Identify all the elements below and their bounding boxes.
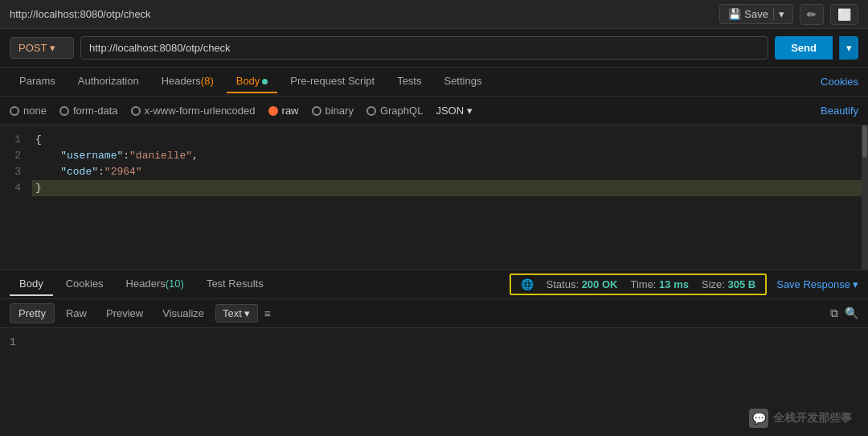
response-tab-headers[interactable]: Headers(10) bbox=[117, 273, 194, 296]
tab-tests[interactable]: Tests bbox=[387, 70, 431, 93]
lines-icon[interactable]: ≡ bbox=[264, 307, 271, 320]
response-info: 🌐 Status: 200 OK Time: 13 ms Size: 305 B bbox=[510, 274, 768, 295]
option-urlencoded[interactable]: x-www-form-urlencoded bbox=[131, 105, 256, 117]
response-tabs: Body Cookies Headers(10) Test Results 🌐 … bbox=[0, 270, 868, 299]
view-bar-right: ⧉ 🔍 bbox=[830, 306, 858, 320]
globe-icon: 🌐 bbox=[521, 278, 534, 290]
option-raw[interactable]: raw bbox=[268, 105, 299, 117]
method-selector[interactable]: POST ▾ bbox=[10, 37, 74, 59]
copy-icon[interactable]: ⧉ bbox=[830, 306, 838, 320]
url-input[interactable] bbox=[80, 36, 768, 60]
option-none[interactable]: none bbox=[10, 105, 47, 117]
option-graphql[interactable]: GraphQL bbox=[366, 105, 423, 117]
response-tab-body[interactable]: Body bbox=[10, 273, 53, 296]
view-visualize[interactable]: Visualize bbox=[154, 304, 212, 323]
title-bar-actions: 💾 Save ▾ ✏ ⬜ bbox=[719, 4, 858, 25]
save-response-button[interactable]: Save Response ▾ bbox=[776, 278, 858, 290]
send-dropdown-button[interactable]: ▾ bbox=[839, 36, 858, 60]
window-icon-button[interactable]: ⬜ bbox=[830, 4, 858, 25]
response-line-number: 1 bbox=[10, 336, 16, 348]
wechat-icon: 💬 bbox=[749, 409, 768, 428]
request-tabs: Params Authorization Headers(8) Body Pre… bbox=[0, 68, 868, 97]
window-icon: ⬜ bbox=[837, 8, 851, 21]
tab-headers[interactable]: Headers(8) bbox=[152, 70, 223, 93]
url-bar: POST ▾ Send ▾ bbox=[0, 29, 868, 68]
view-preview[interactable]: Preview bbox=[98, 304, 151, 323]
tab-body[interactable]: Body bbox=[227, 70, 278, 93]
body-active-dot bbox=[262, 79, 268, 84]
size-label: Size: 305 B bbox=[702, 278, 755, 290]
tab-authorization[interactable]: Authorization bbox=[68, 70, 149, 93]
response-body: 1 bbox=[0, 328, 868, 393]
radio-urlencoded bbox=[131, 106, 141, 116]
cookies-link[interactable]: Cookies bbox=[821, 76, 858, 88]
save-button[interactable]: 💾 Save ▾ bbox=[719, 4, 793, 24]
text-format-select[interactable]: Text ▾ bbox=[215, 304, 257, 323]
watermark-text: 全栈开发那些事 bbox=[773, 411, 852, 426]
edit-icon-button[interactable]: ✏ bbox=[800, 4, 824, 25]
time-label: Time: 13 ms bbox=[630, 278, 689, 290]
code-editor[interactable]: 1 2 3 4 { "username":"danielle", "code":… bbox=[0, 125, 868, 270]
editor-scrollbar[interactable] bbox=[862, 125, 868, 269]
body-options-bar: none form-data x-www-form-urlencoded raw… bbox=[0, 97, 868, 125]
code-line-2: "username":"danielle", bbox=[32, 148, 865, 164]
line-numbers: 1 2 3 4 bbox=[0, 125, 29, 269]
send-button[interactable]: Send bbox=[775, 36, 833, 60]
view-pretty[interactable]: Pretty bbox=[10, 303, 55, 323]
code-content[interactable]: { "username":"danielle", "code":"2964" } bbox=[29, 125, 868, 269]
window-title: http://localhost:8080/otp/check bbox=[10, 8, 151, 20]
response-tab-test-results[interactable]: Test Results bbox=[197, 273, 273, 296]
option-form-data[interactable]: form-data bbox=[59, 105, 118, 117]
view-bar: Pretty Raw Preview Visualize Text ▾ ≡ ⧉ … bbox=[0, 299, 868, 328]
radio-form-data bbox=[59, 106, 69, 116]
title-bar: http://localhost:8080/otp/check 💾 Save ▾… bbox=[0, 0, 868, 29]
json-select[interactable]: JSON ▾ bbox=[436, 105, 472, 117]
tab-prerequest[interactable]: Pre-request Script bbox=[280, 70, 384, 93]
pencil-icon: ✏ bbox=[807, 8, 817, 21]
beautify-link[interactable]: Beautify bbox=[821, 105, 858, 117]
code-line-4: } bbox=[32, 180, 865, 196]
radio-binary bbox=[312, 106, 321, 116]
save-response-chevron: ▾ bbox=[853, 278, 858, 290]
method-chevron: ▾ bbox=[50, 42, 55, 54]
status-label: Status: 200 OK bbox=[547, 278, 618, 290]
code-line-3: "code":"2964" bbox=[32, 164, 865, 180]
radio-raw bbox=[268, 106, 278, 116]
search-icon[interactable]: 🔍 bbox=[845, 306, 858, 320]
save-icon: 💾 bbox=[728, 8, 741, 20]
option-binary[interactable]: binary bbox=[312, 105, 354, 117]
watermark: 💬 全栈开发那些事 bbox=[749, 409, 852, 428]
radio-graphql bbox=[366, 106, 376, 116]
tab-params[interactable]: Params bbox=[10, 70, 65, 93]
save-chevron[interactable]: ▾ bbox=[773, 8, 784, 20]
tab-settings[interactable]: Settings bbox=[434, 70, 491, 93]
view-raw[interactable]: Raw bbox=[58, 304, 95, 323]
method-label: POST bbox=[18, 42, 47, 54]
response-tab-cookies[interactable]: Cookies bbox=[56, 273, 113, 296]
radio-none bbox=[10, 106, 19, 116]
scrollbar-thumb bbox=[862, 125, 867, 158]
code-line-1: { bbox=[32, 132, 865, 148]
